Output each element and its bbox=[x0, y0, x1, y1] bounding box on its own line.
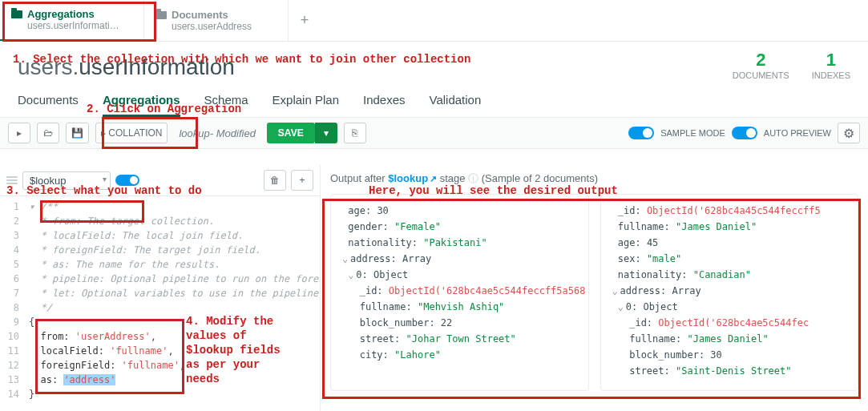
drag-handle-icon[interactable] bbox=[6, 176, 18, 184]
save-disk-button[interactable]: 💾 bbox=[66, 123, 89, 143]
code-editor[interactable]: 1234567891011121314 ▾ /** * from: The ta… bbox=[0, 196, 320, 411]
auto-preview-label: AUTO PREVIEW bbox=[764, 128, 831, 138]
pipeline-work-area: $lookup 🗑 + 1234567891011121314 ▾ /** * … bbox=[0, 165, 868, 411]
folder-icon bbox=[155, 11, 167, 19]
save-button[interactable]: SAVE bbox=[267, 123, 315, 143]
delete-stage-button[interactable]: 🗑 bbox=[264, 170, 286, 191]
folder-icon bbox=[11, 10, 22, 18]
stage-enabled-toggle[interactable] bbox=[115, 175, 139, 186]
output-document[interactable]: age: 30 gender: Female nationality: Paki… bbox=[330, 194, 589, 391]
subtab-validation[interactable]: Validation bbox=[430, 93, 482, 117]
output-documents: age: 30 gender: Female nationality: Paki… bbox=[330, 194, 858, 391]
tab-subtitle: users.userAddress bbox=[172, 21, 277, 32]
auto-preview-toggle[interactable] bbox=[732, 127, 757, 139]
collection-title: users.userInformation bbox=[18, 54, 235, 80]
export-button[interactable]: ⎘ bbox=[344, 123, 366, 143]
line-gutter: 1234567891011121314 bbox=[0, 196, 24, 411]
code-body[interactable]: ▾ /** * from: The target collection. * l… bbox=[24, 196, 320, 411]
tab-title: Aggregations bbox=[27, 8, 95, 20]
settings-button[interactable]: ⚙ bbox=[838, 123, 860, 143]
stage-editor-panel: $lookup 🗑 + 1234567891011121314 ▾ /** * … bbox=[0, 165, 321, 411]
collation-button[interactable]: ▸ COLLATION bbox=[95, 123, 168, 143]
stat-indexes: 1 INDEXES bbox=[812, 50, 850, 80]
collection-subtabs: Documents Aggregations Schema Explain Pl… bbox=[0, 83, 868, 118]
subtab-documents[interactable]: Documents bbox=[18, 93, 79, 117]
subtab-aggregations[interactable]: Aggregations bbox=[103, 93, 180, 117]
stage-operator-select[interactable]: $lookup bbox=[22, 171, 111, 190]
sample-mode-label: SAMPLE MODE bbox=[660, 128, 725, 138]
subtab-schema[interactable]: Schema bbox=[204, 93, 248, 117]
external-link-icon[interactable] bbox=[428, 172, 437, 184]
tab-aggregations-active[interactable]: Aggregations users.userInformati… bbox=[0, 0, 144, 41]
toggle-panel-button[interactable]: ▸ bbox=[8, 123, 30, 143]
add-tab-button[interactable]: + bbox=[289, 0, 321, 41]
save-dropdown-button[interactable]: ▾ bbox=[315, 123, 337, 143]
tab-documents-inactive[interactable]: Documents users.userAddress bbox=[144, 0, 289, 41]
subtab-indexes[interactable]: Indexes bbox=[363, 93, 406, 117]
sample-mode-toggle[interactable] bbox=[628, 127, 654, 139]
open-folder-button[interactable]: 🗁 bbox=[37, 123, 59, 143]
output-header: Output after $lookup stage ⓘ (Sample of … bbox=[330, 171, 858, 186]
output-panel: Output after $lookup stage ⓘ (Sample of … bbox=[321, 165, 868, 411]
output-operator[interactable]: $lookup bbox=[388, 172, 437, 184]
output-document[interactable]: _id: ObjectId('628bc4a45c544feccff5 full… bbox=[600, 194, 859, 391]
stat-documents: 2 DOCUMENTS bbox=[733, 50, 789, 80]
collection-header: users.userInformation 2 DOCUMENTS 1 INDE… bbox=[0, 42, 868, 83]
stage-header: $lookup 🗑 + bbox=[0, 165, 320, 196]
collection-stats: 2 DOCUMENTS 1 INDEXES bbox=[733, 50, 850, 80]
tab-title: Documents bbox=[172, 9, 228, 21]
add-stage-button[interactable]: + bbox=[291, 170, 313, 191]
subtab-explain-plan[interactable]: Explain Plan bbox=[273, 93, 339, 117]
tab-subtitle: users.userInformati… bbox=[27, 20, 132, 31]
pipeline-toolbar: ▸ 🗁 💾 ▸ COLLATION lookup- Modified SAVE … bbox=[0, 118, 868, 149]
app-tabs: Aggregations users.userInformati… Docume… bbox=[0, 0, 868, 42]
pipeline-name: lookup- Modified bbox=[174, 127, 260, 139]
